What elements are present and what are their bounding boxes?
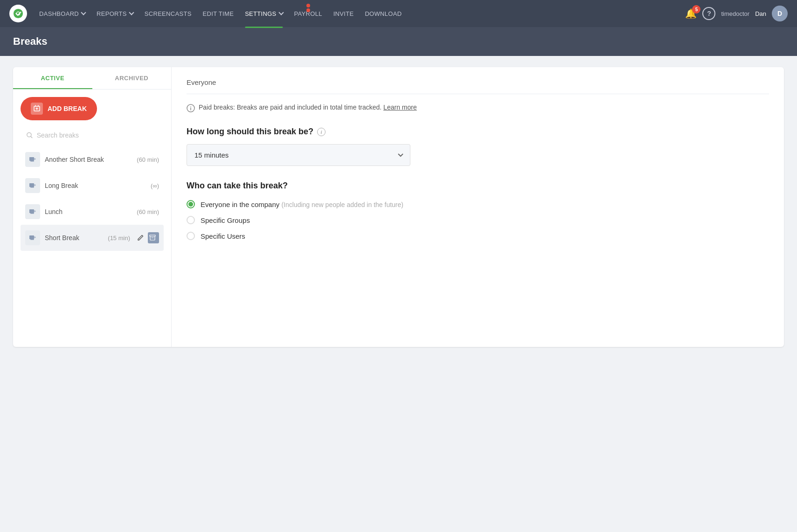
user-name: Dan bbox=[755, 10, 766, 17]
svg-rect-5 bbox=[30, 161, 34, 162]
tab-active[interactable]: ACTIVE bbox=[13, 67, 92, 89]
page-header: Breaks bbox=[0, 27, 797, 56]
notification-badge: 5 bbox=[692, 5, 700, 14]
main-card: ACTIVE ARCHIVED ADD BREAK bbox=[13, 67, 784, 347]
right-panel: Everyone Paid breaks: Breaks are paid an… bbox=[172, 67, 784, 347]
break-name: Short Break bbox=[45, 234, 103, 242]
info-text: Paid breaks: Breaks are paid and include… bbox=[199, 104, 381, 111]
break-item-short-break[interactable]: Short Break (15 min) bbox=[21, 225, 164, 251]
svg-rect-11 bbox=[30, 239, 34, 240]
archive-icon bbox=[149, 234, 156, 242]
break-duration: (60 min) bbox=[137, 156, 159, 163]
svg-rect-8 bbox=[29, 209, 34, 213]
search-box bbox=[21, 128, 164, 143]
nav-settings[interactable]: SETTINGS bbox=[240, 7, 287, 20]
who-section-title: Who can take this break? bbox=[187, 181, 769, 191]
svg-rect-7 bbox=[30, 187, 34, 188]
break-icon bbox=[25, 204, 40, 219]
break-duration: (∞) bbox=[151, 182, 159, 189]
svg-point-14 bbox=[190, 106, 191, 107]
svg-rect-4 bbox=[29, 157, 34, 161]
search-input[interactable] bbox=[37, 131, 158, 139]
nav-edit-time[interactable]: EDIT TIME bbox=[198, 7, 239, 20]
svg-rect-12 bbox=[150, 235, 155, 236]
logo[interactable] bbox=[9, 5, 27, 22]
radio-specific-groups[interactable]: Specific Groups bbox=[187, 216, 769, 224]
archive-break-button[interactable] bbox=[148, 232, 159, 243]
notification-bell[interactable]: 🔔 5 bbox=[685, 8, 697, 19]
nav-invite[interactable]: INVITE bbox=[329, 7, 359, 20]
radio-specific-users[interactable]: Specific Users bbox=[187, 232, 769, 240]
break-item-lunch[interactable]: Lunch (60 min) bbox=[21, 199, 164, 225]
nav-reports[interactable]: REPORTS bbox=[92, 7, 138, 20]
break-icon bbox=[25, 178, 40, 193]
nav-download[interactable]: DOWNLOAD bbox=[360, 7, 406, 20]
break-item-another-short-break[interactable]: Another Short Break (60 min) bbox=[21, 146, 164, 173]
nav-screencasts[interactable]: SCREENCASTS bbox=[140, 7, 196, 20]
company-name[interactable]: timedoctor bbox=[721, 10, 749, 17]
duration-section-title: How long should this break be? i bbox=[187, 127, 769, 137]
info-icon bbox=[187, 104, 195, 114]
svg-rect-10 bbox=[29, 235, 34, 239]
duration-info-icon[interactable]: i bbox=[317, 128, 326, 136]
learn-more-link[interactable]: Learn more bbox=[383, 104, 417, 111]
nav-dashboard[interactable]: DASHBOARD bbox=[35, 7, 90, 20]
content: ACTIVE ARCHIVED ADD BREAK bbox=[0, 56, 797, 358]
svg-rect-6 bbox=[29, 183, 34, 187]
radio-everyone[interactable]: Everyone in the company (Including new p… bbox=[187, 200, 769, 208]
edit-break-button[interactable] bbox=[135, 232, 146, 243]
svg-point-0 bbox=[14, 9, 23, 18]
svg-rect-9 bbox=[30, 213, 34, 214]
radio-specific-groups-input[interactable] bbox=[187, 216, 195, 224]
nav-right: 🔔 5 ? timedoctor Dan D bbox=[685, 6, 788, 21]
radio-specific-users-label: Specific Users bbox=[201, 232, 245, 240]
add-break-button[interactable]: ADD BREAK bbox=[21, 97, 97, 120]
radio-everyone-input[interactable] bbox=[187, 200, 195, 208]
info-banner: Paid breaks: Breaks are paid and include… bbox=[187, 104, 769, 114]
radio-group: Everyone in the company (Including new p… bbox=[187, 200, 769, 240]
left-panel-body: ADD BREAK bbox=[13, 90, 171, 347]
who-section: Who can take this break? Everyone in the… bbox=[187, 181, 769, 240]
edit-icon bbox=[137, 234, 144, 242]
right-panel-tab-label: Everyone bbox=[187, 78, 769, 94]
radio-specific-users-input[interactable] bbox=[187, 232, 195, 240]
break-name: Lunch bbox=[45, 208, 132, 215]
user-avatar[interactable]: D bbox=[772, 6, 788, 21]
add-break-icon bbox=[31, 103, 43, 115]
left-panel: ACTIVE ARCHIVED ADD BREAK bbox=[13, 67, 172, 347]
break-name: Another Short Break bbox=[45, 156, 132, 163]
break-item-long-break[interactable]: Long Break (∞) bbox=[21, 173, 164, 199]
break-duration: (60 min) bbox=[137, 208, 159, 215]
break-duration: (15 min) bbox=[108, 235, 130, 242]
search-icon bbox=[26, 131, 33, 139]
radio-specific-groups-label: Specific Groups bbox=[201, 216, 250, 224]
navbar: DASHBOARD REPORTS SCREENCASTS EDIT TIME … bbox=[0, 0, 797, 27]
break-name: Long Break bbox=[45, 182, 146, 189]
break-icon bbox=[25, 152, 40, 167]
break-actions bbox=[135, 232, 159, 243]
tab-archived[interactable]: ARCHIVED bbox=[92, 67, 172, 89]
nav-payroll[interactable]: PAYROLL bbox=[290, 7, 327, 20]
help-button[interactable]: ? bbox=[702, 7, 715, 20]
page-title: Breaks bbox=[13, 35, 784, 48]
break-icon bbox=[25, 230, 40, 245]
tabs: ACTIVE ARCHIVED bbox=[13, 67, 171, 90]
duration-select[interactable]: 15 minutes 5 minutes 10 minutes 20 minut… bbox=[187, 144, 410, 166]
radio-everyone-sublabel: (Including new people added in the futur… bbox=[281, 201, 403, 208]
radio-everyone-label: Everyone in the company (Including new p… bbox=[201, 200, 403, 208]
